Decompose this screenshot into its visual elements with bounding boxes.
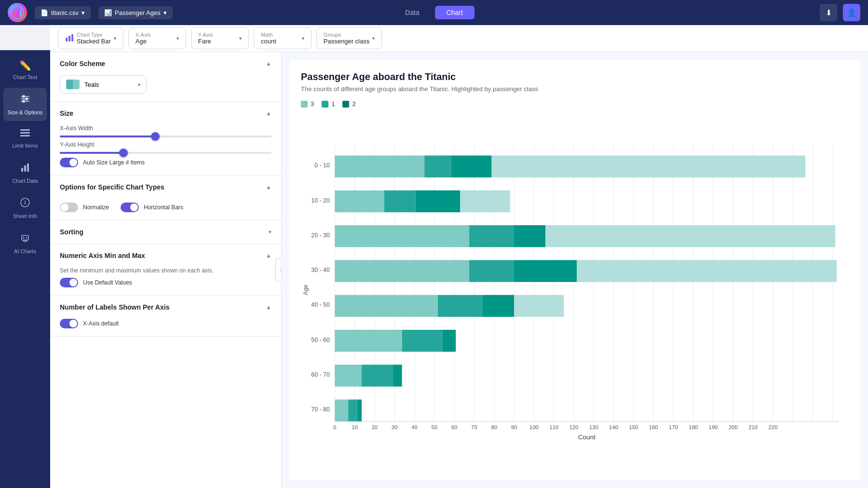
color-scheme-button[interactable]: Teals ▾ xyxy=(60,75,147,94)
sidebar-item-label: Sheet Info xyxy=(13,213,37,219)
edit-icon: ✏️ xyxy=(19,60,31,71)
sidebar-item-label: AI Charts xyxy=(14,248,36,254)
sorting-header[interactable]: Sorting ▾ xyxy=(60,228,271,236)
chart-type-arrow: ▾ xyxy=(114,36,116,41)
chart-nav-button[interactable]: Chart xyxy=(435,6,475,19)
bar-30-40-class1 xyxy=(469,260,514,282)
yaxis-arrow: ▾ xyxy=(239,36,242,41)
auto-size-toggle[interactable] xyxy=(60,158,78,167)
bar-30-40-class2 xyxy=(514,260,577,282)
bar-60-70-class1 xyxy=(362,365,393,386)
sidebar-item-sheet-info[interactable]: i Sheet Info xyxy=(3,191,47,225)
legend-swatch-2 xyxy=(342,101,349,108)
sidebar-item-label: Limit Items xyxy=(12,143,38,149)
app-logo xyxy=(8,3,27,22)
chart-type-label: Chart Type xyxy=(77,32,111,38)
numeric-axis-title: Numeric Axis Min and Max xyxy=(60,252,145,259)
data-nav-button[interactable]: Data xyxy=(393,6,431,19)
bar-20-30-class2 xyxy=(514,225,545,247)
svg-text:10 - 20: 10 - 20 xyxy=(311,197,330,204)
view-selector[interactable]: 📊 Passenger Ages ▾ xyxy=(98,6,173,19)
chart-type-selector[interactable]: Chart Type Stacked Bar ▾ xyxy=(58,27,123,49)
user-button[interactable]: 👤 xyxy=(843,4,860,21)
collapse-panel-button[interactable]: ‹ xyxy=(275,258,282,282)
svg-text:70 - 80: 70 - 80 xyxy=(311,406,330,413)
svg-text:90: 90 xyxy=(511,424,517,430)
bar-10-20-class1 xyxy=(384,190,415,212)
xaxis-default-toggle[interactable] xyxy=(60,319,78,328)
color-scheme-title: Color Scheme xyxy=(60,60,105,68)
xaxis-selector[interactable]: X-Axis Age ▾ xyxy=(128,27,186,49)
list-icon xyxy=(20,129,30,140)
yaxis-height-thumb[interactable] xyxy=(119,149,128,157)
xaxis-width-thumb[interactable] xyxy=(151,132,160,141)
svg-rect-13 xyxy=(21,168,23,172)
use-default-toggle[interactable] xyxy=(60,278,78,287)
download-button[interactable]: ⬇ xyxy=(820,4,837,21)
svg-rect-15 xyxy=(27,163,29,172)
bar-60-70-class3 xyxy=(335,365,362,386)
sidebar-item-limit-items[interactable]: Limit Items xyxy=(3,123,47,154)
file-icon: 📄 xyxy=(41,9,48,16)
use-default-label: Use Default Values xyxy=(83,279,132,286)
labels-per-axis-title: Number of Labels Shown Per Axis xyxy=(60,303,169,311)
labels-per-axis-header[interactable]: Number of Labels Shown Per Axis ▲ xyxy=(60,303,271,311)
bar-10-20-class2 xyxy=(416,190,461,212)
bar-10-20-ext xyxy=(460,190,510,212)
chart-types-options: Normalize Horizontal Bars xyxy=(60,199,271,212)
bar-50-60-class2 xyxy=(442,330,456,352)
math-arrow: ▾ xyxy=(302,36,304,41)
file-name: titanic.csv xyxy=(51,9,79,16)
horizontal-bars-toggle[interactable] xyxy=(121,203,139,212)
groups-label: Groups xyxy=(324,32,369,38)
svg-text:60 - 70: 60 - 70 xyxy=(311,371,330,378)
sidebar-item-ai-charts[interactable]: AI Charts xyxy=(3,227,47,260)
bar-60-70-class2 xyxy=(393,365,402,386)
svg-text:160: 160 xyxy=(649,424,658,430)
svg-text:100: 100 xyxy=(529,424,539,430)
bar-30-40-ext xyxy=(577,260,837,282)
chart-types-header[interactable]: Options for Specific Chart Types ▲ xyxy=(60,183,271,191)
groups-selector[interactable]: Groups Passenger class ▾ xyxy=(316,27,382,49)
svg-text:220: 220 xyxy=(769,424,778,430)
sidebar-item-size-options[interactable]: Size & Options xyxy=(3,88,47,121)
xaxis-width-track[interactable] xyxy=(60,136,271,137)
size-header[interactable]: Size ▲ xyxy=(60,109,271,117)
svg-text:120: 120 xyxy=(569,424,578,430)
bar-20-30-class1 xyxy=(469,225,514,247)
xaxis-width-label: X-Axis Width xyxy=(60,125,271,132)
yaxis-selector[interactable]: Y-Axis Fare ▾ xyxy=(191,27,249,49)
svg-text:40 - 50: 40 - 50 xyxy=(311,301,330,308)
file-selector[interactable]: 📄 titanic.csv ▾ xyxy=(35,6,91,19)
bar-0-10-class3 xyxy=(335,155,424,177)
settings-icon xyxy=(20,94,30,107)
chart-container: Passenger Age aboard the Titanic The cou… xyxy=(289,60,860,480)
nav-right-actions: ⬇ 👤 xyxy=(820,4,860,21)
yaxis-height-fill xyxy=(60,152,123,154)
sorting-title: Sorting xyxy=(60,228,83,236)
chart-legend: 3 1 2 xyxy=(301,100,849,108)
svg-text:60: 60 xyxy=(451,424,458,430)
svg-text:190: 190 xyxy=(709,424,718,430)
svg-text:180: 180 xyxy=(689,424,698,430)
color-scheme-header[interactable]: Color Scheme ▲ xyxy=(60,60,271,68)
normalize-toggle[interactable] xyxy=(60,203,78,212)
sidebar-item-chart-text[interactable]: ✏️ Chart Text xyxy=(3,54,47,86)
sidebar-item-chart-data[interactable]: Chart Data xyxy=(3,156,47,190)
chart-subtitle: The counts of different age groups aboar… xyxy=(301,85,849,93)
svg-point-8 xyxy=(26,98,28,100)
xaxis-default-label: X-Axis default xyxy=(83,320,119,327)
legend-swatch-3 xyxy=(301,101,308,108)
svg-rect-2 xyxy=(17,11,19,16)
math-selector[interactable]: Math count ▾ xyxy=(254,27,312,49)
svg-rect-12 xyxy=(20,135,30,136)
numeric-axis-header[interactable]: Numeric Axis Min and Max ▲ xyxy=(60,252,271,259)
bar-40-50-class1 xyxy=(438,295,483,317)
svg-rect-22 xyxy=(66,38,68,41)
ai-icon xyxy=(20,232,30,245)
svg-text:40: 40 xyxy=(411,424,418,430)
legend-item-1: 1 xyxy=(322,100,335,108)
yaxis-height-track[interactable] xyxy=(60,152,271,154)
svg-rect-10 xyxy=(20,129,30,131)
svg-text:50 - 60: 50 - 60 xyxy=(311,337,330,343)
